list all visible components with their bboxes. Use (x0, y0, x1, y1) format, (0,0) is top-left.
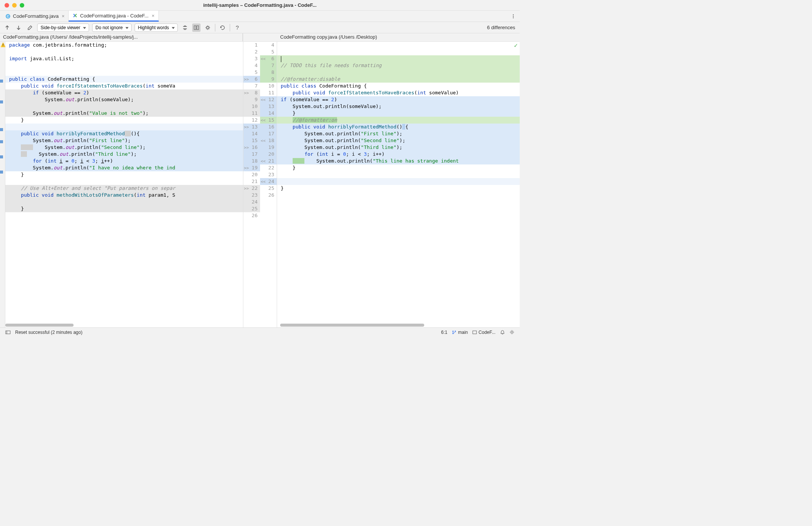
tab-menu-button[interactable] (507, 11, 520, 22)
code-line[interactable] (277, 49, 520, 55)
next-diff-button[interactable] (14, 23, 23, 32)
left-pane[interactable]: ⚠️ package com.jetbrains.formatting;impo… (0, 42, 243, 327)
apply-chunk-icon[interactable]: >> (244, 185, 249, 192)
code-line[interactable]: System.out.println("Second line"); (5, 144, 243, 151)
apply-chunk-icon[interactable]: >> (244, 76, 249, 83)
code-line[interactable] (5, 212, 243, 219)
code-line[interactable]: public class CodeFormatting { (5, 76, 243, 83)
vcs-widget[interactable]: CodeF... (470, 330, 498, 335)
line-number: 18 (243, 158, 260, 164)
ignore-mode-select[interactable]: Do not ignore (92, 23, 132, 32)
code-line[interactable] (277, 192, 520, 199)
code-line[interactable] (277, 42, 520, 49)
collapse-unchanged-button[interactable] (181, 23, 189, 32)
code-line[interactable] (5, 103, 243, 110)
sync-scroll-button[interactable] (192, 23, 201, 32)
line-number: 14 (243, 130, 260, 137)
code-line[interactable]: //@formatter:disable (277, 76, 520, 83)
tool-window-toggle[interactable] (3, 330, 13, 335)
code-line[interactable]: System.out.println("I have no idea where… (5, 164, 243, 171)
code-line[interactable]: public void horriblyFormattedMethod (){ (5, 130, 243, 137)
viewer-mode-select[interactable]: Side-by-side viewer (37, 23, 89, 32)
code-line[interactable] (277, 178, 520, 185)
apply-chunk-icon[interactable]: >> (244, 90, 249, 97)
code-line[interactable]: import java.util.List; (5, 55, 243, 62)
svg-rect-6 (197, 26, 199, 30)
code-line[interactable]: for (int i = 0; i < 3; i++) (5, 158, 243, 164)
apply-chunk-icon[interactable]: << (261, 117, 266, 124)
code-line[interactable] (5, 124, 243, 130)
apply-chunk-icon[interactable]: << (261, 56, 266, 63)
tab-codeformatting[interactable]: C CodeFormatting.java × (2, 11, 69, 22)
code-line[interactable]: } (5, 171, 243, 178)
code-line[interactable]: } (277, 185, 520, 192)
code-line[interactable] (277, 171, 520, 178)
code-line[interactable]: } (277, 164, 520, 171)
right-pane[interactable]: ✓ // TODO this file needs formatting//@f… (277, 42, 520, 327)
cursor-position[interactable]: 6:1 (439, 330, 450, 335)
code-line[interactable] (5, 62, 243, 69)
code-line[interactable]: System.out.println("Second line"); (277, 137, 520, 144)
apply-chunk-icon[interactable]: << (261, 178, 266, 185)
line-number: 4 (260, 42, 277, 49)
code-line[interactable] (277, 55, 520, 62)
code-line[interactable]: package com.jetbrains.formatting; (5, 42, 243, 49)
code-line[interactable]: System.out.println("This line has strang… (277, 158, 520, 164)
code-line[interactable]: } (5, 205, 243, 212)
code-line[interactable]: System.out.println("Third line"); (277, 144, 520, 151)
code-line[interactable]: System.out.println(someValue); (277, 103, 520, 110)
code-line[interactable]: if (someValue == 2) (5, 89, 243, 96)
apply-chunk-icon[interactable]: << (261, 97, 266, 103)
code-line[interactable]: for (int i = 0; i < 3; i++) (277, 151, 520, 158)
line-number: <<15 (260, 117, 277, 124)
code-line[interactable]: System.out.println("Third line"); (5, 151, 243, 158)
code-line[interactable]: System.out.println("Value is not two"); (5, 110, 243, 117)
window-maximize-button[interactable] (20, 3, 24, 8)
code-line[interactable]: public class CodeFormatting { (277, 83, 520, 89)
apply-chunk-icon[interactable]: << (261, 138, 266, 144)
ide-settings-icon[interactable] (507, 330, 517, 335)
code-line[interactable] (277, 69, 520, 76)
close-icon[interactable]: × (62, 13, 65, 19)
code-line[interactable]: public void forceIfStatementsToHaveBrace… (277, 89, 520, 96)
code-line[interactable]: } (5, 117, 243, 124)
apply-chunk-icon[interactable]: >> (244, 144, 249, 151)
diff-count-label: 6 differences (487, 25, 517, 30)
code-line[interactable] (5, 49, 243, 55)
line-number: 8>> (243, 89, 260, 96)
code-line[interactable] (5, 199, 243, 205)
horizontal-scrollbar[interactable] (5, 324, 74, 327)
apply-chunk-icon[interactable]: >> (244, 165, 249, 172)
apply-chunk-icon[interactable]: >> (244, 124, 249, 131)
svg-rect-13 (473, 331, 477, 334)
code-line[interactable]: public void horriblyFormattedMethod() { (277, 124, 520, 130)
line-number: 5 (243, 69, 260, 76)
line-number: 13 (260, 103, 277, 110)
apply-chunk-icon[interactable]: << (261, 158, 266, 165)
highlight-mode-select[interactable]: Highlight words (135, 23, 178, 32)
edit-source-button[interactable] (26, 23, 34, 32)
refresh-button[interactable] (218, 23, 227, 32)
code-line[interactable]: System.out.println(someValue); (5, 96, 243, 103)
close-icon[interactable]: × (152, 13, 155, 19)
code-line[interactable]: public void forceIfStatementsToHaveBrace… (5, 83, 243, 89)
notifications-icon[interactable] (498, 330, 507, 335)
code-line[interactable]: System.out.println("First line"); (5, 137, 243, 144)
prev-diff-button[interactable] (3, 23, 11, 32)
window-close-button[interactable] (5, 3, 9, 8)
code-line[interactable]: } (277, 110, 520, 117)
code-line[interactable]: //@formatter:on (277, 117, 520, 124)
code-line[interactable]: if (someValue == 2) (277, 96, 520, 103)
code-line[interactable]: public void methodWithLotsOfParameters(i… (5, 192, 243, 199)
window-minimize-button[interactable] (12, 3, 17, 8)
git-branch[interactable]: main (450, 330, 470, 335)
code-line[interactable]: // Use Alt+Enter and select "Put paramet… (5, 185, 243, 192)
code-line[interactable]: System.out.println("First line"); (277, 130, 520, 137)
tab-diff[interactable]: CodeFormatting.java - CodeF... × (69, 11, 158, 22)
diff-settings-button[interactable] (204, 23, 212, 32)
code-line[interactable] (5, 69, 243, 76)
help-button[interactable]: ? (233, 23, 241, 32)
code-line[interactable]: // TODO this file needs formatting (277, 62, 520, 69)
horizontal-scrollbar[interactable] (280, 324, 424, 327)
code-line[interactable] (5, 178, 243, 185)
